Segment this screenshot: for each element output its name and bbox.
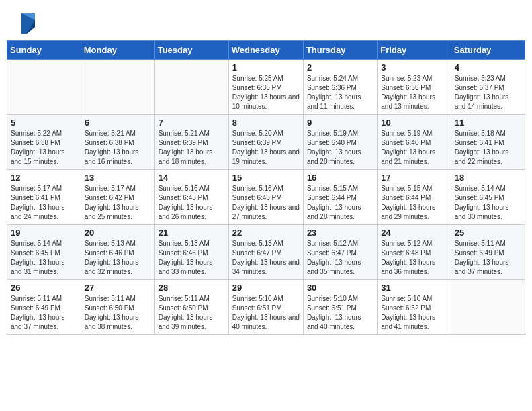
day-number: 1 bbox=[232, 62, 300, 73]
day-info: Sunrise: 5:10 AM Sunset: 6:51 PM Dayligh… bbox=[307, 294, 373, 332]
calendar-week-2: 5Sunrise: 5:22 AM Sunset: 6:38 PM Daylig… bbox=[7, 115, 525, 170]
weekday-header-monday: Monday bbox=[81, 41, 154, 60]
calendar-cell: 19Sunrise: 5:14 AM Sunset: 6:45 PM Dayli… bbox=[7, 225, 81, 280]
calendar-cell: 14Sunrise: 5:16 AM Sunset: 6:43 PM Dayli… bbox=[154, 170, 228, 225]
day-number: 15 bbox=[232, 173, 300, 183]
calendar-cell: 18Sunrise: 5:14 AM Sunset: 6:45 PM Dayli… bbox=[451, 170, 525, 225]
day-info: Sunrise: 5:13 AM Sunset: 6:46 PM Dayligh… bbox=[159, 239, 225, 277]
day-info: Sunrise: 5:24 AM Sunset: 6:36 PM Dayligh… bbox=[307, 74, 373, 111]
day-number: 3 bbox=[381, 62, 447, 73]
day-number: 8 bbox=[232, 118, 300, 128]
day-info: Sunrise: 5:10 AM Sunset: 6:51 PM Dayligh… bbox=[232, 294, 300, 332]
day-number: 31 bbox=[381, 283, 447, 293]
day-number: 12 bbox=[11, 173, 77, 183]
weekday-header-wednesday: Wednesday bbox=[228, 41, 303, 60]
day-number: 16 bbox=[307, 173, 373, 183]
day-info: Sunrise: 5:15 AM Sunset: 6:44 PM Dayligh… bbox=[381, 184, 447, 222]
calendar-cell: 29Sunrise: 5:10 AM Sunset: 6:51 PM Dayli… bbox=[228, 280, 303, 335]
logo bbox=[13, 11, 38, 35]
day-info: Sunrise: 5:11 AM Sunset: 6:49 PM Dayligh… bbox=[455, 239, 521, 277]
calendar-table: SundayMondayTuesdayWednesdayThursdayFrid… bbox=[7, 40, 525, 335]
calendar-cell: 30Sunrise: 5:10 AM Sunset: 6:51 PM Dayli… bbox=[303, 280, 377, 335]
day-number: 4 bbox=[455, 62, 521, 73]
day-number: 10 bbox=[381, 118, 447, 128]
calendar-cell: 21Sunrise: 5:13 AM Sunset: 6:46 PM Dayli… bbox=[154, 225, 228, 280]
day-info: Sunrise: 5:11 AM Sunset: 6:50 PM Dayligh… bbox=[159, 294, 225, 332]
calendar-cell: 16Sunrise: 5:15 AM Sunset: 6:44 PM Dayli… bbox=[303, 170, 377, 225]
calendar-cell: 25Sunrise: 5:11 AM Sunset: 6:49 PM Dayli… bbox=[451, 225, 525, 280]
day-info: Sunrise: 5:23 AM Sunset: 6:37 PM Dayligh… bbox=[455, 74, 521, 111]
day-number: 2 bbox=[307, 62, 373, 73]
day-number: 14 bbox=[159, 173, 225, 183]
day-info: Sunrise: 5:12 AM Sunset: 6:48 PM Dayligh… bbox=[381, 239, 447, 277]
day-number: 29 bbox=[232, 283, 300, 293]
day-number: 30 bbox=[307, 283, 373, 293]
calendar-cell: 20Sunrise: 5:13 AM Sunset: 6:46 PM Dayli… bbox=[81, 225, 154, 280]
calendar-cell: 4Sunrise: 5:23 AM Sunset: 6:37 PM Daylig… bbox=[451, 60, 525, 115]
calendar-cell: 22Sunrise: 5:13 AM Sunset: 6:47 PM Dayli… bbox=[228, 225, 303, 280]
day-number: 27 bbox=[85, 283, 151, 293]
calendar-cell bbox=[451, 280, 525, 335]
calendar-cell: 5Sunrise: 5:22 AM Sunset: 6:38 PM Daylig… bbox=[7, 115, 81, 170]
day-info: Sunrise: 5:19 AM Sunset: 6:40 PM Dayligh… bbox=[381, 129, 447, 167]
calendar-cell: 10Sunrise: 5:19 AM Sunset: 6:40 PM Dayli… bbox=[378, 115, 451, 170]
calendar-cell: 17Sunrise: 5:15 AM Sunset: 6:44 PM Dayli… bbox=[378, 170, 451, 225]
calendar-cell bbox=[81, 60, 154, 115]
day-info: Sunrise: 5:25 AM Sunset: 6:35 PM Dayligh… bbox=[232, 74, 300, 111]
day-number: 25 bbox=[455, 228, 521, 238]
calendar-cell: 1Sunrise: 5:25 AM Sunset: 6:35 PM Daylig… bbox=[228, 60, 303, 115]
day-info: Sunrise: 5:16 AM Sunset: 6:43 PM Dayligh… bbox=[232, 184, 300, 222]
calendar-cell bbox=[154, 60, 228, 115]
weekday-header-sunday: Sunday bbox=[7, 41, 81, 60]
day-info: Sunrise: 5:17 AM Sunset: 6:41 PM Dayligh… bbox=[11, 184, 77, 222]
day-info: Sunrise: 5:18 AM Sunset: 6:41 PM Dayligh… bbox=[455, 129, 521, 167]
day-number: 28 bbox=[159, 283, 225, 293]
calendar-cell: 26Sunrise: 5:11 AM Sunset: 6:49 PM Dayli… bbox=[7, 280, 81, 335]
day-info: Sunrise: 5:14 AM Sunset: 6:45 PM Dayligh… bbox=[11, 239, 77, 277]
day-number: 9 bbox=[307, 118, 373, 128]
calendar-cell: 23Sunrise: 5:12 AM Sunset: 6:47 PM Dayli… bbox=[303, 225, 377, 280]
day-info: Sunrise: 5:21 AM Sunset: 6:38 PM Dayligh… bbox=[85, 129, 151, 167]
calendar-cell: 11Sunrise: 5:18 AM Sunset: 6:41 PM Dayli… bbox=[451, 115, 525, 170]
day-number: 17 bbox=[381, 173, 447, 183]
day-number: 26 bbox=[11, 283, 77, 293]
day-info: Sunrise: 5:16 AM Sunset: 6:43 PM Dayligh… bbox=[159, 184, 225, 222]
calendar-cell: 24Sunrise: 5:12 AM Sunset: 6:48 PM Dayli… bbox=[378, 225, 451, 280]
calendar-cell bbox=[7, 60, 81, 115]
calendar-cell: 7Sunrise: 5:21 AM Sunset: 6:39 PM Daylig… bbox=[154, 115, 228, 170]
calendar-cell: 27Sunrise: 5:11 AM Sunset: 6:50 PM Dayli… bbox=[81, 280, 154, 335]
day-number: 6 bbox=[85, 118, 151, 128]
calendar-cell: 31Sunrise: 5:10 AM Sunset: 6:52 PM Dayli… bbox=[378, 280, 451, 335]
day-info: Sunrise: 5:14 AM Sunset: 6:45 PM Dayligh… bbox=[455, 184, 521, 222]
day-number: 13 bbox=[85, 173, 151, 183]
day-number: 18 bbox=[455, 173, 521, 183]
page-header bbox=[0, 0, 532, 40]
day-info: Sunrise: 5:10 AM Sunset: 6:52 PM Dayligh… bbox=[381, 294, 447, 332]
day-number: 22 bbox=[232, 228, 300, 238]
day-number: 21 bbox=[159, 228, 225, 238]
day-number: 5 bbox=[11, 118, 77, 128]
day-info: Sunrise: 5:11 AM Sunset: 6:49 PM Dayligh… bbox=[11, 294, 77, 332]
calendar-week-5: 26Sunrise: 5:11 AM Sunset: 6:49 PM Dayli… bbox=[7, 280, 525, 335]
day-info: Sunrise: 5:15 AM Sunset: 6:44 PM Dayligh… bbox=[307, 184, 373, 222]
day-number: 23 bbox=[307, 228, 373, 238]
day-info: Sunrise: 5:12 AM Sunset: 6:47 PM Dayligh… bbox=[307, 239, 373, 277]
day-number: 20 bbox=[85, 228, 151, 238]
calendar-cell: 28Sunrise: 5:11 AM Sunset: 6:50 PM Dayli… bbox=[154, 280, 228, 335]
day-info: Sunrise: 5:21 AM Sunset: 6:39 PM Dayligh… bbox=[159, 129, 225, 167]
logo-icon bbox=[16, 11, 38, 35]
weekday-header-tuesday: Tuesday bbox=[154, 41, 228, 60]
weekday-header-thursday: Thursday bbox=[303, 41, 377, 60]
weekday-header-friday: Friday bbox=[378, 41, 451, 60]
calendar-cell: 6Sunrise: 5:21 AM Sunset: 6:38 PM Daylig… bbox=[81, 115, 154, 170]
calendar-cell: 2Sunrise: 5:24 AM Sunset: 6:36 PM Daylig… bbox=[303, 60, 377, 115]
day-info: Sunrise: 5:17 AM Sunset: 6:42 PM Dayligh… bbox=[85, 184, 151, 222]
calendar-cell: 3Sunrise: 5:23 AM Sunset: 6:36 PM Daylig… bbox=[378, 60, 451, 115]
calendar-container: SundayMondayTuesdayWednesdayThursdayFrid… bbox=[0, 40, 532, 342]
calendar-cell: 9Sunrise: 5:19 AM Sunset: 6:40 PM Daylig… bbox=[303, 115, 377, 170]
day-number: 11 bbox=[455, 118, 521, 128]
day-info: Sunrise: 5:13 AM Sunset: 6:46 PM Dayligh… bbox=[85, 239, 151, 277]
day-info: Sunrise: 5:13 AM Sunset: 6:47 PM Dayligh… bbox=[232, 239, 300, 277]
day-info: Sunrise: 5:19 AM Sunset: 6:40 PM Dayligh… bbox=[307, 129, 373, 167]
day-info: Sunrise: 5:11 AM Sunset: 6:50 PM Dayligh… bbox=[85, 294, 151, 332]
